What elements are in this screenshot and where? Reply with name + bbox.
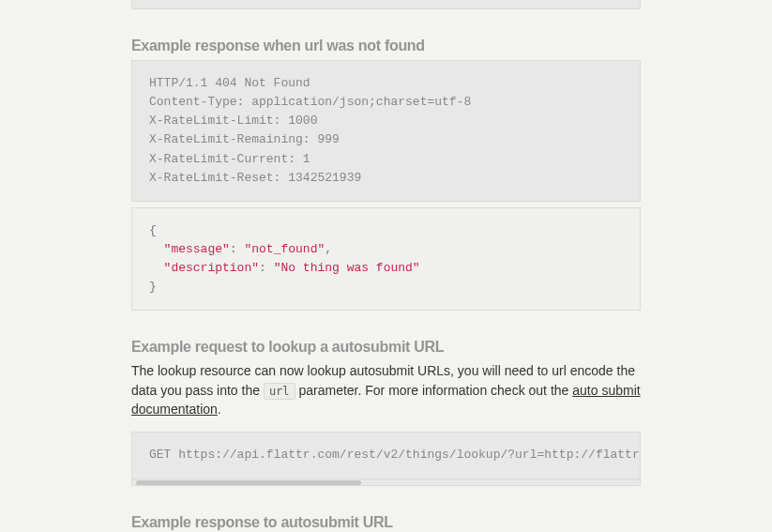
json-key-message: "message": [164, 242, 230, 256]
heading-example-response-autosubmit: Example response to autosubmit URL: [131, 514, 641, 531]
json-val-description: "No thing was found": [274, 261, 420, 275]
horizontal-scrollbar[interactable]: [131, 479, 641, 486]
json-close-brace: }: [149, 280, 157, 294]
heading-example-request-autosubmit: Example request to lookup a autosubmit U…: [131, 339, 641, 356]
doc-content: Example response when url was not found …: [131, 0, 641, 531]
json-open-brace: {: [149, 223, 157, 237]
json-comma: ,: [325, 242, 332, 256]
inline-code-url: url: [264, 383, 295, 400]
json-sep: :: [230, 242, 245, 256]
code-block-http-headers: HTTP/1.1 404 Not Found Content-Type: app…: [131, 60, 641, 202]
para-text-3: .: [218, 402, 221, 417]
json-key-description: "description": [164, 261, 259, 275]
code-block-json-body: { "message": "not_found", "description":…: [131, 207, 641, 312]
json-sep: :: [259, 261, 274, 275]
para-text-2: parameter. For more information check ou…: [295, 383, 573, 398]
json-val-message: "not_found": [244, 242, 325, 256]
code-block-get-request: GET https://api.flattr.com/rest/v2/thing…: [131, 432, 641, 479]
truncated-block-top: [131, 0, 641, 9]
heading-example-response-not-found: Example response when url was not found: [131, 38, 641, 54]
paragraph-lookup-info: The lookup resource can now lookup autos…: [131, 361, 641, 418]
scrollbar-thumb[interactable]: [136, 480, 361, 485]
